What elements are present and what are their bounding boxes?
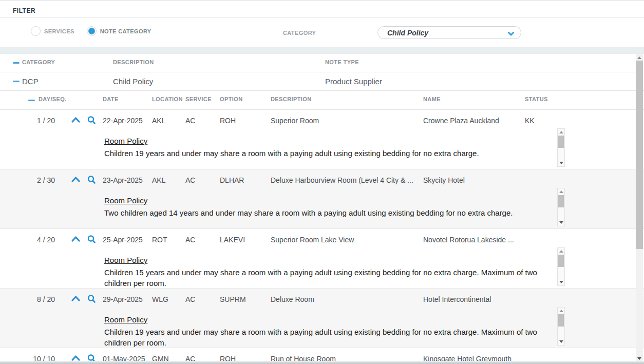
note-scrollbar[interactable] [557, 188, 565, 226]
note-scroll-down-icon[interactable] [559, 162, 563, 164]
note-scrollbar-thumb[interactable] [558, 136, 564, 148]
search-icon[interactable] [87, 175, 96, 186]
name-value: Crowne Plaza Auckland [423, 117, 521, 125]
col-status: STATUS [525, 96, 548, 102]
note-scroll-up-icon[interactable] [559, 310, 563, 312]
radio-selected-dot [88, 28, 95, 34]
filter-divider [0, 17, 644, 18]
note-title-link[interactable]: Room Policy [104, 255, 147, 266]
note-scrollbar[interactable] [557, 247, 565, 286]
group-category-value: DCP [22, 77, 39, 86]
viewport-bottom-edge [0, 361, 644, 364]
radio-services[interactable]: SERVICES [31, 26, 74, 36]
category-select[interactable]: Child Policy [377, 26, 521, 39]
chevron-up-icon[interactable] [71, 235, 81, 245]
note-block: Room Policy Two children aged 14 years a… [104, 195, 555, 218]
collapse-details-icon[interactable] [28, 100, 35, 101]
search-icon[interactable] [87, 235, 96, 245]
note-body: Children 19 years and under may share a … [104, 148, 555, 159]
chevron-up-icon[interactable] [71, 175, 81, 186]
day-seq-value: 2 / 30 [13, 176, 55, 184]
scroll-up-icon[interactable] [637, 56, 641, 59]
note-scrollbar-thumb[interactable] [558, 314, 564, 327]
option-value: DLHAR [220, 176, 244, 184]
search-icon[interactable] [87, 294, 96, 305]
filter-radio-group: SERVICES NOTE CATEGORY [31, 26, 151, 36]
note-scroll-up-icon[interactable] [559, 250, 563, 253]
date-value: 25-Apr-2025 [103, 236, 143, 244]
note-scroll-down-icon[interactable] [559, 340, 563, 343]
description-value: Deluxe Room [271, 295, 420, 303]
filter-panel: FILTER SERVICES NOTE CATEGORY CATEGORY C… [0, 0, 644, 47]
category-select-value: Child Policy [387, 29, 428, 37]
group-header-row: CATEGORY DESCRIPTION NOTE TYPE [0, 54, 644, 72]
day-seq-value: 1 / 20 [13, 117, 55, 125]
description-value: Superior Room Lake View [271, 236, 420, 244]
row-topline: 4 / 20 25-Apr-2025 ROT AC LAKEVI Superio… [0, 236, 644, 246]
group-description-value: Child Policy [113, 77, 153, 86]
collapse-all-icon[interactable] [13, 62, 20, 64]
option-value: ROH [220, 117, 236, 125]
description-value: Deluxe Harbourview Room (Level 4 City & … [271, 176, 420, 184]
note-body: Two children aged 14 years and under may… [104, 207, 555, 218]
chevron-up-icon[interactable] [71, 116, 81, 126]
col-description: DESCRIPTION [113, 59, 154, 65]
col-option: OPTION [220, 96, 243, 102]
col-note-type: NOTE TYPE [325, 59, 359, 65]
row-topline: 2 / 30 23-Apr-2025 AKL AC DLHAR Deluxe H… [0, 176, 644, 186]
scrollbar-thumb[interactable] [636, 61, 643, 249]
note-scrollbar[interactable] [557, 128, 565, 167]
group-row: DCP Child Policy Product Supplier [0, 72, 644, 91]
note-scroll-down-icon[interactable] [559, 221, 563, 224]
option-value: LAKEVI [220, 236, 245, 244]
col-service: SERVICE [185, 96, 212, 102]
radio-note-category-icon[interactable] [87, 26, 97, 36]
note-scroll-down-icon[interactable] [559, 281, 563, 283]
option-value: SUPRM [220, 295, 246, 303]
scroll-down-icon[interactable] [637, 357, 641, 360]
note-scrollbar[interactable] [557, 307, 565, 346]
note-title-link[interactable]: Room Policy [104, 314, 147, 325]
note-title-link[interactable]: Room Policy [104, 136, 147, 147]
name-value: Novotel Rotorua Lakeside ... [423, 236, 521, 244]
description-value: Superior Room [271, 117, 420, 125]
radio-services-label: SERVICES [44, 28, 74, 34]
main-scrollbar[interactable] [636, 54, 643, 364]
location-value: AKL [152, 176, 165, 184]
service-value: AC [185, 176, 195, 184]
col-date: DATE [103, 96, 119, 102]
location-value: ROT [152, 236, 167, 244]
category-label: CATEGORY [283, 30, 316, 36]
name-value: Skycity Hotel [423, 176, 521, 184]
note-scrollbar-thumb[interactable] [558, 255, 564, 267]
chevron-up-icon[interactable] [71, 294, 81, 305]
table-row: 4 / 20 25-Apr-2025 ROT AC LAKEVI Superio… [0, 229, 644, 289]
service-value: AC [185, 236, 195, 244]
date-value: 22-Apr-2025 [103, 117, 143, 125]
radio-note-category[interactable]: NOTE CATEGORY [87, 26, 151, 36]
service-value: AC [185, 295, 195, 303]
notes-table-panel: CATEGORY DESCRIPTION NOTE TYPE DCP Child… [0, 54, 644, 364]
location-value: AKL [152, 117, 165, 125]
radio-services-icon[interactable] [31, 26, 41, 36]
row-topline: 8 / 20 29-Apr-2025 WLG AC SUPRM Deluxe R… [0, 295, 644, 305]
collapse-group-icon[interactable] [13, 81, 20, 82]
note-block: Room Policy Children 15 years and under … [104, 255, 555, 289]
status-value: KK [525, 117, 535, 125]
group-note-type-value: Product Supplier [325, 77, 382, 86]
note-scrollbar-thumb[interactable] [558, 195, 564, 207]
detail-header-row: DAY/SEQ. DATE LOCATION SERVICE OPTION DE… [0, 91, 644, 110]
col-location: LOCATION [152, 96, 183, 102]
table-row: 2 / 30 23-Apr-2025 AKL AC DLHAR Deluxe H… [0, 169, 644, 229]
note-block: Room Policy Children 19 years and under … [104, 314, 555, 348]
table-row: 1 / 20 22-Apr-2025 AKL AC ROH Superior R… [0, 110, 644, 169]
note-title-link[interactable]: Room Policy [104, 195, 147, 206]
note-scroll-up-icon[interactable] [559, 190, 563, 193]
col-day-seq: DAY/SEQ. [39, 96, 67, 102]
search-icon[interactable] [87, 116, 96, 126]
note-block: Room Policy Children 19 years and under … [104, 136, 555, 159]
chevron-down-icon [507, 30, 515, 36]
filter-title: FILTER [13, 7, 35, 14]
table-row: 8 / 20 29-Apr-2025 WLG AC SUPRM Deluxe R… [0, 289, 644, 348]
note-scroll-up-icon[interactable] [559, 131, 563, 133]
